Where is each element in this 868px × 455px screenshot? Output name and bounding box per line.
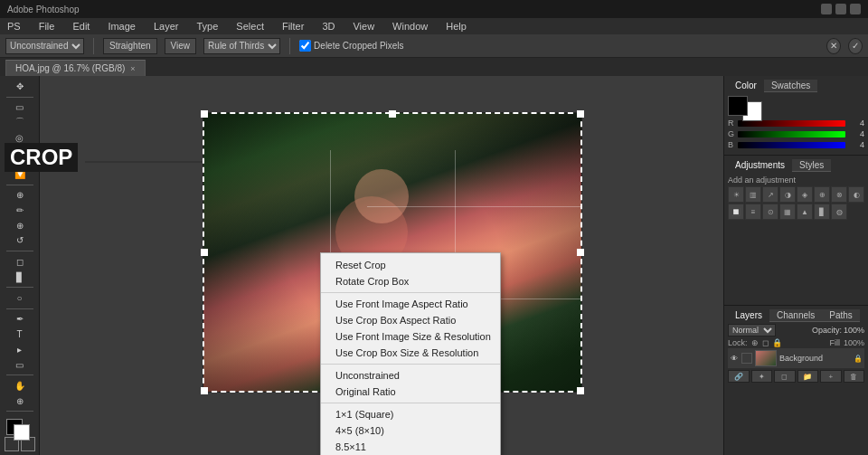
colorbalance-adj-icon[interactable]: ⊗ [831,186,847,203]
shape-tool[interactable]: ▭ [5,358,35,372]
document-tab[interactable]: HOA.jpg @ 16.7% (RGB/8) × [5,60,146,76]
context-menu-item[interactable]: 8.5×11 [321,439,500,455]
exposure-adj-icon[interactable]: ◑ [779,186,796,203]
link-layers-button[interactable]: 🔗 [728,370,750,383]
canvas-area: Reset CropRotate Crop BoxUse Front Image… [40,76,723,455]
brightness-adj-icon[interactable]: ☀ [728,186,744,203]
layers-tab[interactable]: Layers [728,309,769,322]
brush-tool[interactable]: ✏ [5,204,35,217]
context-menu-item[interactable]: Original Ratio [321,384,500,400]
move-tool[interactable]: ✥ [5,80,35,93]
crop-preset-select[interactable]: Unconstrained Original Ratio 1:1 (Square… [5,38,84,54]
menu-item-layer[interactable]: Layer [150,20,183,33]
bw-adj-icon[interactable]: ◐ [848,186,864,203]
straighten-button[interactable]: Straighten [103,38,157,54]
marquee-tool[interactable]: ▭ [5,100,35,114]
context-menu-item[interactable]: Rotate Crop Box [321,273,500,289]
dodge-tool[interactable]: ○ [5,291,35,305]
color-tab[interactable]: Color [728,80,764,92]
lock-all-icon[interactable]: 🔒 [772,338,782,347]
context-menu-item[interactable]: 1×1 (Square) [321,406,500,422]
adjustments-tab[interactable]: Adjustments [728,159,792,172]
gradient-map-adj-icon[interactable]: ▊ [814,204,830,220]
adjustments-panel: Adjustments Styles Add an adjustment ☀ ▥… [724,156,868,306]
history-brush-tool[interactable]: ↺ [5,234,35,248]
eraser-tool[interactable]: ◻ [5,255,35,269]
menu-item-help[interactable]: Help [442,20,470,33]
context-menu-item[interactable]: Use Front Image Aspect Ratio [321,296,500,312]
swatches-tab[interactable]: Swatches [764,80,817,92]
minimize-button[interactable] [821,4,832,14]
context-menu-item[interactable]: Use Crop Box Aspect Ratio [321,312,500,328]
context-menu-item[interactable]: Use Crop Box Size & Resolution [321,345,500,361]
path-select-tool[interactable]: ▸ [5,343,35,356]
bg-color-swatch[interactable] [14,424,30,441]
invert-adj-icon[interactable]: ⊙ [762,204,778,220]
color-swatches[interactable] [5,417,35,431]
context-menu-item[interactable]: 4×5 (8×10) [321,422,500,439]
tool-separator [6,97,33,98]
tab-close-button[interactable]: × [130,64,135,73]
pen-tool[interactable]: ✒ [5,312,35,326]
paths-tab[interactable]: Paths [822,309,860,322]
styles-tab[interactable]: Styles [792,159,831,172]
menu-item-ps[interactable]: PS [4,20,24,33]
main-area: CROP ✥ ▭ ⌒ ◎ ⊹ 🔽 ⊕ ✏ ⊕ ↺ ◻ ▊ ○ ✒ T ▸ ▭ ✋… [0,76,868,455]
selective-color-adj-icon[interactable]: ◍ [831,204,847,220]
restore-button[interactable] [835,4,846,14]
blue-slider[interactable] [738,142,845,148]
menu-item-type[interactable]: Type [193,20,222,33]
hsl-adj-icon[interactable]: ⊕ [814,186,830,203]
hand-tool[interactable]: ✋ [5,379,35,393]
cancel-crop-button[interactable]: ✕ [826,38,841,54]
context-menu-item[interactable]: Use Front Image Size & Resolution [321,328,500,345]
new-group-button[interactable]: 📁 [797,370,819,383]
new-layer-button[interactable]: + [820,370,842,383]
eyedropper-tool[interactable]: 🔽 [5,167,35,181]
context-menu-item[interactable]: Reset Crop [321,257,500,273]
channelmix-adj-icon[interactable]: ≡ [745,204,761,220]
layers-buttons: 🔗 ✦ ◻ 📁 + 🗑 [728,370,864,383]
document-tab-label: HOA.jpg @ 16.7% (RGB/8) [15,63,125,73]
delete-layer-button[interactable]: 🗑 [844,370,865,383]
delete-cropped-label[interactable]: Delete Cropped Pixels [299,40,404,52]
menu-item-view[interactable]: View [349,20,378,33]
view-button[interactable]: View [165,38,197,54]
threshold-adj-icon[interactable]: ▲ [797,204,813,220]
add-mask-button[interactable]: ◻ [774,370,796,383]
layer-visibility-icon[interactable]: 👁 [730,354,739,363]
fg-color-picker[interactable] [728,96,748,116]
photo-adj-icon[interactable]: 🔲 [728,204,744,220]
layer-row[interactable]: 👁 Background 🔒 [728,348,864,368]
menu-item-3d[interactable]: 3D [318,20,338,33]
gradient-tool[interactable]: ▊ [5,270,35,284]
posterize-adj-icon[interactable]: ▦ [779,204,796,220]
view-select[interactable]: Rule of Thirds Grid None [203,38,280,54]
confirm-crop-button[interactable]: ✓ [848,38,863,54]
channels-tab[interactable]: Channels [769,309,822,322]
levels-adj-icon[interactable]: ▥ [745,186,761,203]
context-menu-item[interactable]: Unconstrained [321,367,500,384]
crop-tool[interactable]: ⊹ [5,152,35,166]
menu-item-filter[interactable]: Filter [278,20,307,33]
menu-item-edit[interactable]: Edit [69,20,93,33]
curves-adj-icon[interactable]: ↗ [762,186,778,203]
lock-img-icon[interactable]: ◻ [762,338,769,347]
clone-stamp-tool[interactable]: ⊕ [5,219,35,232]
menu-item-file[interactable]: File [35,20,59,33]
quick-select-tool[interactable]: ◎ [5,131,35,145]
add-style-button[interactable]: ✦ [751,370,773,383]
lasso-tool[interactable]: ⌒ [5,116,35,129]
menu-item-window[interactable]: Window [389,20,431,33]
delete-cropped-checkbox[interactable] [299,40,311,52]
healing-tool[interactable]: ⊕ [5,188,35,202]
type-tool[interactable]: T [5,327,35,341]
blend-mode-select[interactable]: Normal Multiply Screen [728,324,776,337]
menu-item-select[interactable]: Select [232,20,268,33]
zoom-tool[interactable]: ⊕ [5,394,35,408]
close-button[interactable] [850,4,861,14]
green-slider[interactable] [738,131,845,137]
menu-item-image[interactable]: Image [104,20,139,33]
vibrance-adj-icon[interactable]: ◈ [797,186,813,203]
lock-pos-icon[interactable]: ⊕ [751,338,759,347]
